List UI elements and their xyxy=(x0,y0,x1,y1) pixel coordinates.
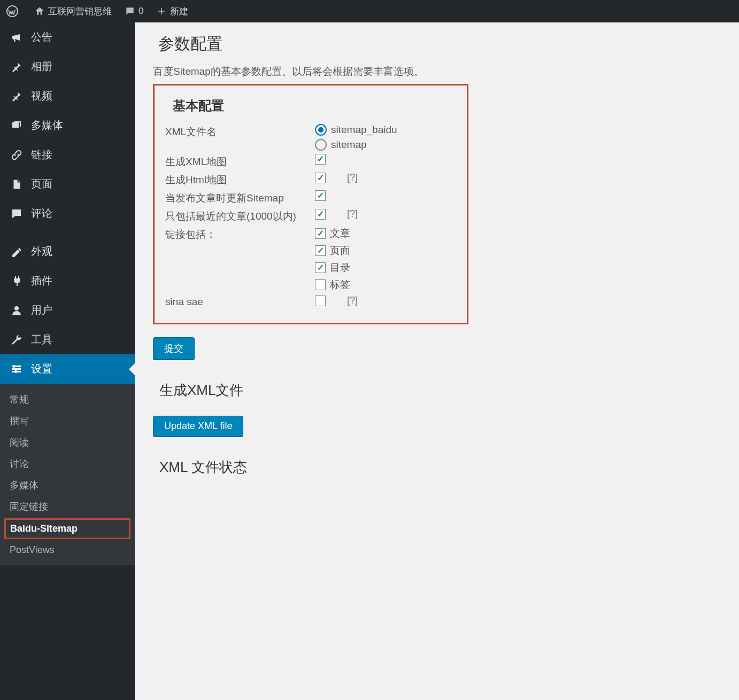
row-links-include: 锭接包括： 文章页面目录标签 xyxy=(165,227,456,292)
site-name: 互联网营销思维 xyxy=(48,5,112,18)
help-sina-sae[interactable]: [?] xyxy=(347,295,358,306)
sidebar-item-label: 相册 xyxy=(31,59,52,74)
submenu-item[interactable]: 固定链接 xyxy=(0,496,135,517)
sidebar-item-settings[interactable]: 设置 xyxy=(0,354,135,384)
pin-icon xyxy=(10,60,24,74)
megaphone-icon xyxy=(10,30,24,44)
help-gen-html[interactable]: [?] xyxy=(347,172,358,183)
wp-logo[interactable] xyxy=(6,5,21,17)
checkbox-option[interactable]: 页面 xyxy=(315,244,456,258)
checkbox-links-include[interactable] xyxy=(315,245,326,256)
link-icon xyxy=(10,148,24,162)
comment-icon xyxy=(10,207,24,221)
checkbox-label: 文章 xyxy=(330,227,350,240)
checkbox-label: 页面 xyxy=(330,244,350,258)
row-gen-html: 生成Html地图 [?] xyxy=(165,172,456,187)
user-icon xyxy=(10,304,24,317)
sidebar-item-media[interactable]: 多媒体 xyxy=(0,111,135,140)
appearance-icon xyxy=(10,245,24,259)
sidebar-item-megaphone[interactable]: 公告 xyxy=(0,22,135,52)
sidebar-item-comment[interactable]: 评论 xyxy=(0,199,135,228)
sidebar-item-label: 评论 xyxy=(31,206,52,221)
sidebar-item-pin[interactable]: 视频 xyxy=(0,81,135,111)
submenu-item[interactable]: 多媒体 xyxy=(0,475,135,496)
submenu-item[interactable]: Baidu-Sitemap xyxy=(4,518,130,539)
svg-rect-6 xyxy=(13,365,15,368)
page-title: 参数配置 xyxy=(153,33,721,55)
radio-option[interactable]: sitemap xyxy=(315,139,456,151)
radio-label: sitemap_baidu xyxy=(331,124,397,136)
label-gen-xml: 生成XML地图 xyxy=(165,154,315,169)
checkbox-links-include[interactable] xyxy=(315,279,326,290)
site-home-link[interactable]: 互联网营销思维 xyxy=(34,5,112,18)
radio-label: sitemap xyxy=(331,139,367,151)
sidebar-item-label: 用户 xyxy=(31,303,52,317)
media-icon xyxy=(10,119,24,133)
sidebar-item-user[interactable]: 用户 xyxy=(0,295,135,325)
sidebar-item-label: 工具 xyxy=(31,332,52,347)
settings-submenu: 常规撰写阅读讨论多媒体固定链接Baidu-SitemapPostViews xyxy=(0,384,135,565)
row-update-publish: 当发布文章时更新Sitemap xyxy=(165,190,456,205)
svg-rect-7 xyxy=(18,368,19,370)
section-heading: 基本配置 xyxy=(173,97,456,114)
sidebar-item-plugin[interactable]: 插件 xyxy=(0,266,135,295)
sidebar-item-tool[interactable]: 工具 xyxy=(0,325,135,354)
page-description: 百度Sitemap的基本参数配置。以后将会根据需要丰富选项。 xyxy=(153,65,721,79)
sidebar-item-label: 设置 xyxy=(31,362,52,376)
radio-option[interactable]: sitemap_baidu xyxy=(315,124,456,136)
sidebar-item-label: 页面 xyxy=(31,177,52,191)
checkbox-gen-html[interactable] xyxy=(315,173,326,183)
radio-xml-filename[interactable] xyxy=(315,124,327,136)
submenu-item[interactable]: 常规 xyxy=(0,389,135,410)
checkbox-update-publish[interactable] xyxy=(315,190,326,201)
sidebar-item-label: 链接 xyxy=(31,147,52,162)
new-content-link[interactable]: 新建 xyxy=(156,5,188,18)
sidebar-item-pin[interactable]: 相册 xyxy=(0,52,135,81)
submenu-item[interactable]: PostViews xyxy=(0,540,135,560)
pin-icon xyxy=(10,89,24,103)
main-content: 参数配置 百度Sitemap的基本参数配置。以后将会根据需要丰富选项。 基本配置… xyxy=(135,22,739,700)
radio-xml-filename[interactable] xyxy=(315,139,327,151)
checkbox-recent-only[interactable] xyxy=(315,209,326,220)
update-xml-button[interactable]: Update XML file xyxy=(153,416,243,437)
sidebar-item-page[interactable]: 页面 xyxy=(0,169,135,199)
admin-sidebar: 公告相册视频多媒体链接页面评论外观插件用户工具设置 常规撰写阅读讨论多媒体固定链… xyxy=(0,22,135,700)
sidebar-item-appearance[interactable]: 外观 xyxy=(0,237,135,266)
label-links-include: 锭接包括： xyxy=(165,227,315,242)
plugin-icon xyxy=(10,274,24,288)
checkbox-option[interactable]: 标签 xyxy=(315,278,456,292)
row-sina-sae: sina sae [?] xyxy=(165,295,456,308)
submenu-item[interactable]: 讨论 xyxy=(0,453,135,475)
label-recent-only: 只包括最近的文章(1000以内) xyxy=(165,208,315,223)
comment-count: 0 xyxy=(138,6,143,17)
checkbox-sina-sae[interactable] xyxy=(315,295,326,306)
checkbox-gen-xml[interactable] xyxy=(315,154,326,165)
row-gen-xml: 生成XML地图 xyxy=(165,154,456,169)
label-sina-sae: sina sae xyxy=(165,295,315,308)
svg-point-1 xyxy=(14,123,16,125)
submit-button[interactable]: 提交 xyxy=(153,337,195,360)
label-gen-html: 生成Html地图 xyxy=(165,172,315,187)
sidebar-item-label: 外观 xyxy=(31,244,52,259)
svg-rect-8 xyxy=(15,370,17,373)
tool-icon xyxy=(10,333,24,347)
checkbox-links-include[interactable] xyxy=(315,228,326,239)
xml-status-heading: XML 文件状态 xyxy=(159,458,721,477)
submenu-item[interactable]: 阅读 xyxy=(0,432,135,453)
checkbox-label: 目录 xyxy=(330,261,350,275)
config-panel: 基本配置 XML文件名 sitemap_baidusitemap 生成XML地图… xyxy=(153,84,468,324)
sidebar-item-label: 视频 xyxy=(31,89,52,103)
admin-toolbar: 互联网营销思维 0 新建 xyxy=(0,0,739,22)
checkbox-links-include[interactable] xyxy=(315,262,326,273)
help-recent-only[interactable]: [?] xyxy=(347,208,358,220)
sidebar-item-link[interactable]: 链接 xyxy=(0,140,135,169)
new-label: 新建 xyxy=(170,5,188,18)
sidebar-item-label: 多媒体 xyxy=(31,118,63,133)
checkbox-option[interactable]: 文章 xyxy=(315,227,456,240)
page-icon xyxy=(10,177,24,191)
sidebar-item-label: 插件 xyxy=(31,274,52,288)
checkbox-option[interactable]: 目录 xyxy=(315,261,456,275)
comments-link[interactable]: 0 xyxy=(125,6,143,17)
submenu-item[interactable]: 撰写 xyxy=(0,410,135,432)
label-update-publish: 当发布文章时更新Sitemap xyxy=(165,190,315,205)
